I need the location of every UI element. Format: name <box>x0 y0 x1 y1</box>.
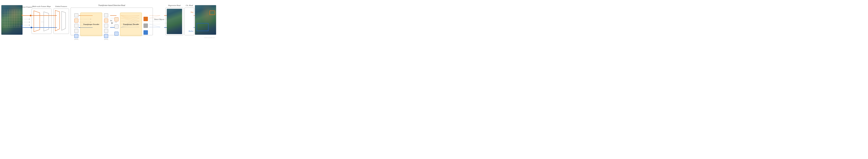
svg-marker-64 <box>44 12 49 31</box>
embed-features-label: Embed Features <box>56 5 67 7</box>
encoder-box: Transformer Encoder <box>80 12 102 36</box>
query-box-3 <box>74 24 78 28</box>
sel-box-orange <box>115 17 119 21</box>
embed-dashed-box <box>54 8 69 34</box>
decoder-output-boxes <box>144 17 148 35</box>
dec-out-gray <box>144 24 148 28</box>
detect-objects-label: Detect Objects <box>154 18 164 21</box>
detect-objects-region: Detect Objects <box>153 5 165 35</box>
query-boxes <box>74 14 78 40</box>
transformer-dashed-box: Transformer Encoder Sel. <box>70 7 153 35</box>
feature-pyramid-svg: … <box>33 10 53 33</box>
decoder-label: Transformer Decoder <box>123 23 139 26</box>
encoder-label: Transformer Encoder <box>83 23 99 26</box>
satellite-image-content-left <box>1 5 23 35</box>
multi-scale-dashed-box: … <box>32 8 52 34</box>
sel-arrow <box>112 22 113 24</box>
bounding-box-ship <box>210 10 215 15</box>
enc-out-4 <box>104 29 108 33</box>
watermark: ©2023 example.com <box>204 37 215 38</box>
cls-head-label: Cls. Head <box>186 4 193 6</box>
dec-out-orange <box>144 17 148 21</box>
regression-sat-image <box>167 9 182 34</box>
selected-boxes <box>115 14 119 36</box>
query-box-4 <box>74 29 78 33</box>
regression-dashed-box <box>165 7 183 35</box>
transformer-label: Transformer-based Detection Head <box>98 4 125 6</box>
dec-out-blue <box>144 30 148 35</box>
satellite-image-left <box>1 5 23 35</box>
diagram-container: Extract Features Multi-scale Feature Map… <box>1 1 216 39</box>
cls-head-section: Cls. Head Ship Harbor <box>184 4 195 36</box>
regression-head-section: Regression Head <box>165 4 184 36</box>
embed-pyramid-svg <box>55 9 69 32</box>
sel-box-gray <box>115 25 119 28</box>
harbor-label: Harbor <box>189 30 193 32</box>
svg-marker-62 <box>34 11 40 32</box>
query-box-6 <box>74 39 78 40</box>
enc-out-orange <box>104 19 108 23</box>
decoder-box: Transformer Decoder <box>120 12 142 36</box>
encoder-output-boxes <box>104 14 108 40</box>
cls-dashed-box: Ship Harbor <box>184 7 194 35</box>
sel-label: Sel. <box>110 20 113 22</box>
satellite-image-right <box>195 5 216 35</box>
extract-features-region: Extract Features <box>23 5 31 35</box>
query-box-orange <box>74 19 78 23</box>
ship-label: Ship <box>191 11 193 13</box>
satellite-image-content-right <box>195 5 216 35</box>
enc-out-3 <box>104 24 108 28</box>
multi-scale-label: Multi-scale Feature Maps <box>32 5 51 7</box>
query-box-blue <box>74 34 78 38</box>
svg-marker-65 <box>55 10 60 31</box>
enc-out-1 <box>104 14 108 17</box>
svg-text:…: … <box>41 20 43 23</box>
transformer-section: Transformer-based Detection Head Transfo… <box>70 4 153 36</box>
bounding-box-harbor <box>196 23 209 31</box>
svg-marker-66 <box>62 11 66 30</box>
embed-features-section: Embed Features <box>53 5 70 35</box>
multi-scale-section: Multi-scale Feature Maps … <box>31 5 53 35</box>
regression-head-label: Regression Head <box>168 4 181 6</box>
query-box-1 <box>74 14 78 17</box>
sel-box-blue <box>115 32 119 36</box>
enc-out-6 <box>104 39 108 40</box>
enc-out-blue <box>104 34 108 38</box>
